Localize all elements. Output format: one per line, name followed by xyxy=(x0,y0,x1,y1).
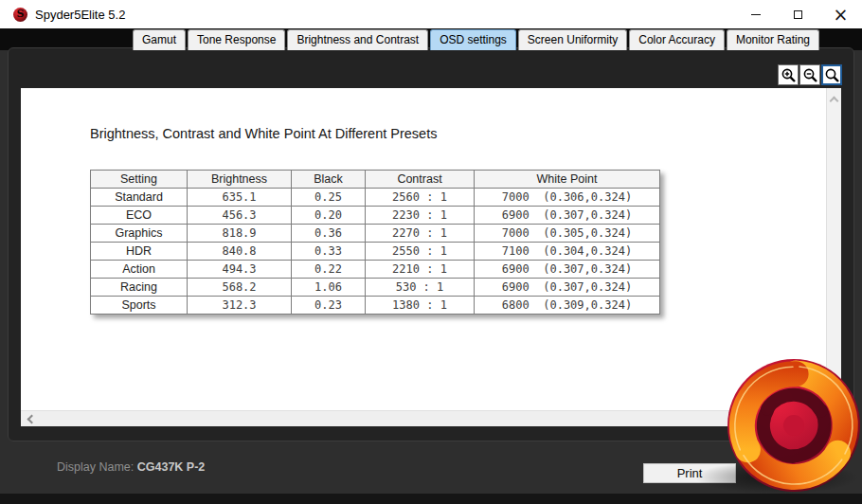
table-body: Standard635.10.252560 : 17000 (0.306,0.3… xyxy=(91,189,660,315)
zoom-reset-button[interactable] xyxy=(821,64,842,85)
value-cell: 530 : 1 xyxy=(366,279,475,297)
table-row: Standard635.10.252560 : 17000 (0.306,0.3… xyxy=(91,189,660,207)
display-name-label: Display Name: xyxy=(57,460,134,474)
value-cell: 568.2 xyxy=(188,279,292,297)
tab-gamut[interactable]: Gamut xyxy=(133,29,186,50)
zoom-out-button[interactable] xyxy=(799,64,820,85)
tab-tone-response[interactable]: Tone Response xyxy=(188,29,285,50)
value-cell: 0.23 xyxy=(292,297,366,315)
setting-cell: ECO xyxy=(91,207,188,225)
zoom-reset-icon xyxy=(824,67,840,83)
value-cell: 7000 (0.306,0.324) xyxy=(475,189,660,207)
value-cell: 2230 : 1 xyxy=(366,207,475,225)
horizontal-scrollbar[interactable] xyxy=(21,410,826,426)
table-row: Racing568.21.06530 : 16900 (0.307,0.324) xyxy=(91,279,660,297)
value-cell: 0.25 xyxy=(292,189,366,207)
setting-cell: Standard xyxy=(91,189,188,207)
minimize-icon xyxy=(751,14,761,15)
kitguru-logo xyxy=(723,354,862,496)
column-header: Black xyxy=(292,171,366,189)
setting-cell: Graphics xyxy=(91,225,188,243)
report-content: Brightness, Contrast and White Point At … xyxy=(21,88,841,426)
value-cell: 2560 : 1 xyxy=(366,189,475,207)
value-cell: 2270 : 1 xyxy=(366,225,475,243)
tab-osd-settings[interactable]: OSD settings xyxy=(430,29,516,50)
value-cell: 0.36 xyxy=(292,225,366,243)
zoom-toolbar xyxy=(777,64,842,85)
scroll-left-icon[interactable] xyxy=(27,414,37,423)
tab-brightness-and-contrast[interactable]: Brightness and Contrast xyxy=(287,29,428,50)
table-row: Sports312.30.231380 : 16800 (0.309,0.324… xyxy=(91,297,660,315)
column-header: Setting xyxy=(91,171,188,189)
table-header-row: SettingBrightnessBlackContrastWhite Poin… xyxy=(91,171,660,189)
maximize-button[interactable] xyxy=(777,0,819,28)
value-cell: 6900 (0.307,0.324) xyxy=(475,207,660,225)
value-cell: 494.3 xyxy=(188,261,292,279)
value-cell: 0.33 xyxy=(292,243,366,261)
tab-color-accuracy[interactable]: Color Accuracy xyxy=(629,29,725,50)
value-cell: 0.20 xyxy=(292,207,366,225)
value-cell: 6900 (0.307,0.324) xyxy=(475,261,660,279)
column-header: Contrast xyxy=(366,171,475,189)
close-icon: × xyxy=(834,6,849,24)
value-cell: 2550 : 1 xyxy=(366,243,475,261)
presets-table: SettingBrightnessBlackContrastWhite Poin… xyxy=(90,170,660,315)
tab-bar: GamutTone ResponseBrightness and Contras… xyxy=(133,29,821,50)
zoom-in-icon xyxy=(781,67,797,83)
value-cell: 2210 : 1 xyxy=(366,261,475,279)
spyder-app-icon xyxy=(13,8,27,22)
maximize-icon xyxy=(794,10,802,19)
scroll-up-icon[interactable] xyxy=(830,97,839,106)
setting-cell: Racing xyxy=(91,279,188,297)
display-name: Display Name: CG437K P-2 xyxy=(57,460,205,474)
value-cell: 0.22 xyxy=(292,261,366,279)
setting-cell: Sports xyxy=(91,297,188,315)
title-bar: Spyder5Elite 5.2 × xyxy=(0,0,862,28)
tab-monitor-rating[interactable]: Monitor Rating xyxy=(727,29,819,50)
table-row: ECO456.30.202230 : 16900 (0.307,0.324) xyxy=(91,207,660,225)
minimize-button[interactable] xyxy=(734,0,777,28)
table-row: HDR840.80.332550 : 17100 (0.304,0.324) xyxy=(91,243,660,261)
zoom-out-icon xyxy=(802,67,818,83)
value-cell: 6800 (0.309,0.324) xyxy=(475,297,660,315)
report-heading: Brightness, Contrast and White Point At … xyxy=(90,126,437,141)
value-cell: 7100 (0.304,0.324) xyxy=(475,243,660,261)
setting-cell: HDR xyxy=(91,243,188,261)
value-cell: 6900 (0.307,0.324) xyxy=(475,279,660,297)
value-cell: 7000 (0.305,0.324) xyxy=(475,225,660,243)
value-cell: 1.06 xyxy=(292,279,366,297)
setting-cell: Action xyxy=(91,261,188,279)
value-cell: 312.3 xyxy=(188,297,292,315)
application-window: Spyder5Elite 5.2 × GamutTone ResponseBri… xyxy=(0,0,862,504)
value-cell: 1380 : 1 xyxy=(366,297,475,315)
window-controls: × xyxy=(734,0,862,28)
table-row: Graphics818.90.362270 : 17000 (0.305,0.3… xyxy=(91,225,660,243)
close-button[interactable]: × xyxy=(819,0,862,28)
column-header: Brightness xyxy=(188,171,292,189)
value-cell: 635.1 xyxy=(188,189,292,207)
display-name-value: CG437K P-2 xyxy=(137,460,206,474)
zoom-in-button[interactable] xyxy=(778,64,799,85)
value-cell: 456.3 xyxy=(188,207,292,225)
value-cell: 818.9 xyxy=(188,225,292,243)
window-title: Spyder5Elite 5.2 xyxy=(35,8,125,22)
tab-screen-uniformity[interactable]: Screen Uniformity xyxy=(518,29,627,50)
table-row: Action494.30.222210 : 16900 (0.307,0.324… xyxy=(91,261,660,279)
column-header: White Point xyxy=(475,171,660,189)
value-cell: 840.8 xyxy=(188,243,292,261)
